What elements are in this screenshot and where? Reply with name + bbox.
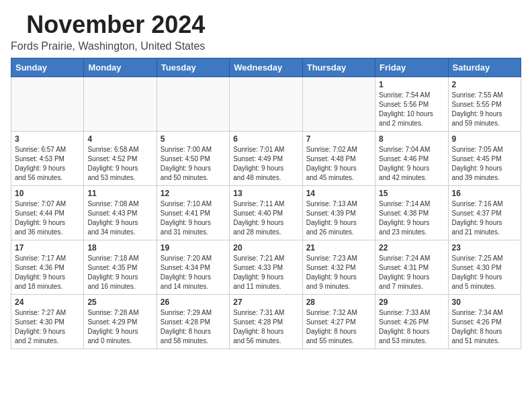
calendar-cell: 1Sunrise: 7:54 AM Sunset: 5:56 PM Daylig… [375, 77, 448, 132]
day-number: 13 [233, 189, 298, 198]
day-number: 19 [161, 243, 226, 253]
calendar-header-sunday: Sunday [11, 58, 84, 77]
day-info: Sunrise: 7:01 AM Sunset: 4:49 PM Dayligh… [233, 145, 298, 183]
day-number: 11 [87, 189, 152, 198]
day-number: 15 [379, 189, 444, 198]
calendar-cell: 20Sunrise: 7:21 AM Sunset: 4:33 PM Dayli… [230, 240, 302, 295]
day-info: Sunrise: 7:55 AM Sunset: 5:55 PM Dayligh… [452, 91, 517, 128]
calendar-cell: 14Sunrise: 7:13 AM Sunset: 4:39 PM Dayli… [302, 186, 375, 240]
calendar-header-monday: Monday [84, 58, 157, 77]
day-number: 6 [233, 134, 298, 144]
day-number: 20 [233, 243, 298, 253]
day-info: Sunrise: 7:17 AM Sunset: 4:36 PM Dayligh… [15, 254, 80, 291]
calendar-table: SundayMondayTuesdayWednesdayThursdayFrid… [11, 58, 521, 349]
calendar-cell [84, 77, 157, 132]
calendar-cell: 25Sunrise: 7:28 AM Sunset: 4:29 PM Dayli… [84, 295, 157, 349]
calendar-cell: 11Sunrise: 7:08 AM Sunset: 4:43 PM Dayli… [84, 186, 157, 240]
day-info: Sunrise: 7:27 AM Sunset: 4:30 PM Dayligh… [15, 308, 80, 346]
month-title: November 2024 [11, 11, 205, 39]
day-info: Sunrise: 7:02 AM Sunset: 4:48 PM Dayligh… [306, 145, 371, 183]
calendar-cell: 3Sunrise: 6:57 AM Sunset: 4:53 PM Daylig… [11, 132, 84, 186]
calendar-week-row: 1Sunrise: 7:54 AM Sunset: 5:56 PM Daylig… [11, 77, 521, 132]
day-number: 29 [379, 298, 444, 307]
calendar-cell: 16Sunrise: 7:16 AM Sunset: 4:37 PM Dayli… [448, 186, 521, 240]
day-info: Sunrise: 7:29 AM Sunset: 4:28 PM Dayligh… [161, 308, 226, 346]
day-number: 14 [306, 189, 371, 198]
day-number: 22 [379, 243, 444, 253]
calendar-week-row: 17Sunrise: 7:17 AM Sunset: 4:36 PM Dayli… [11, 240, 521, 295]
calendar-cell: 30Sunrise: 7:34 AM Sunset: 4:26 PM Dayli… [448, 295, 521, 349]
day-number: 1 [379, 80, 444, 89]
day-info: Sunrise: 7:10 AM Sunset: 4:41 PM Dayligh… [161, 199, 226, 237]
calendar-cell [302, 77, 375, 132]
day-number: 24 [15, 298, 80, 307]
day-info: Sunrise: 7:20 AM Sunset: 4:34 PM Dayligh… [161, 254, 226, 291]
day-info: Sunrise: 7:11 AM Sunset: 4:40 PM Dayligh… [233, 199, 298, 237]
calendar-cell: 5Sunrise: 7:00 AM Sunset: 4:50 PM Daylig… [157, 132, 229, 186]
day-number: 2 [452, 80, 517, 89]
calendar-header-saturday: Saturday [448, 58, 521, 77]
day-number: 9 [452, 134, 517, 144]
day-number: 3 [15, 134, 80, 144]
calendar-cell: 2Sunrise: 7:55 AM Sunset: 5:55 PM Daylig… [448, 77, 521, 132]
day-info: Sunrise: 7:21 AM Sunset: 4:33 PM Dayligh… [233, 254, 298, 291]
calendar-week-row: 10Sunrise: 7:07 AM Sunset: 4:44 PM Dayli… [11, 186, 521, 240]
calendar-week-row: 3Sunrise: 6:57 AM Sunset: 4:53 PM Daylig… [11, 132, 521, 186]
day-info: Sunrise: 7:31 AM Sunset: 4:28 PM Dayligh… [233, 308, 298, 346]
calendar-cell: 29Sunrise: 7:33 AM Sunset: 4:26 PM Dayli… [375, 295, 448, 349]
calendar-header-tuesday: Tuesday [157, 58, 229, 77]
day-info: Sunrise: 7:32 AM Sunset: 4:27 PM Dayligh… [306, 308, 371, 346]
calendar-cell: 7Sunrise: 7:02 AM Sunset: 4:48 PM Daylig… [302, 132, 375, 186]
title-area: November 2024 Fords Prairie, Washington,… [11, 11, 205, 52]
day-info: Sunrise: 6:58 AM Sunset: 4:52 PM Dayligh… [87, 145, 152, 183]
day-number: 26 [161, 298, 226, 307]
day-info: Sunrise: 7:00 AM Sunset: 4:50 PM Dayligh… [161, 145, 226, 183]
day-info: Sunrise: 7:08 AM Sunset: 4:43 PM Dayligh… [87, 199, 152, 237]
calendar-cell: 4Sunrise: 6:58 AM Sunset: 4:52 PM Daylig… [84, 132, 157, 186]
calendar-cell [230, 77, 302, 132]
day-info: Sunrise: 7:54 AM Sunset: 5:56 PM Dayligh… [379, 91, 444, 128]
day-info: Sunrise: 7:23 AM Sunset: 4:32 PM Dayligh… [306, 254, 371, 291]
day-info: Sunrise: 7:04 AM Sunset: 4:46 PM Dayligh… [379, 145, 444, 183]
day-number: 25 [87, 298, 152, 307]
calendar-cell: 23Sunrise: 7:25 AM Sunset: 4:30 PM Dayli… [448, 240, 521, 295]
calendar-cell: 8Sunrise: 7:04 AM Sunset: 4:46 PM Daylig… [375, 132, 448, 186]
day-number: 30 [452, 298, 517, 307]
calendar-cell: 27Sunrise: 7:31 AM Sunset: 4:28 PM Dayli… [230, 295, 302, 349]
calendar-header-wednesday: Wednesday [230, 58, 302, 77]
day-number: 5 [161, 134, 226, 144]
day-number: 17 [15, 243, 80, 253]
day-number: 10 [15, 189, 80, 198]
day-info: Sunrise: 7:13 AM Sunset: 4:39 PM Dayligh… [306, 199, 371, 237]
calendar-cell: 13Sunrise: 7:11 AM Sunset: 4:40 PM Dayli… [230, 186, 302, 240]
day-info: Sunrise: 7:14 AM Sunset: 4:38 PM Dayligh… [379, 199, 444, 237]
calendar-header-friday: Friday [375, 58, 448, 77]
calendar-cell: 9Sunrise: 7:05 AM Sunset: 4:45 PM Daylig… [448, 132, 521, 186]
calendar-cell: 26Sunrise: 7:29 AM Sunset: 4:28 PM Dayli… [157, 295, 229, 349]
day-info: Sunrise: 6:57 AM Sunset: 4:53 PM Dayligh… [15, 145, 80, 183]
calendar-cell [157, 77, 229, 132]
calendar-cell: 28Sunrise: 7:32 AM Sunset: 4:27 PM Dayli… [302, 295, 375, 349]
calendar-header-thursday: Thursday [302, 58, 375, 77]
page-header: General Blue General Blue November 2024 … [11, 11, 521, 52]
calendar-cell: 6Sunrise: 7:01 AM Sunset: 4:49 PM Daylig… [230, 132, 302, 186]
day-number: 4 [87, 134, 152, 144]
calendar-cell: 21Sunrise: 7:23 AM Sunset: 4:32 PM Dayli… [302, 240, 375, 295]
day-number: 16 [452, 189, 517, 198]
day-number: 23 [452, 243, 517, 253]
day-info: Sunrise: 7:18 AM Sunset: 4:35 PM Dayligh… [87, 254, 152, 291]
day-info: Sunrise: 7:24 AM Sunset: 4:31 PM Dayligh… [379, 254, 444, 291]
day-info: Sunrise: 7:07 AM Sunset: 4:44 PM Dayligh… [15, 199, 80, 237]
location-title: Fords Prairie, Washington, United States [11, 40, 205, 52]
calendar-cell: 10Sunrise: 7:07 AM Sunset: 4:44 PM Dayli… [11, 186, 84, 240]
calendar-cell: 18Sunrise: 7:18 AM Sunset: 4:35 PM Dayli… [84, 240, 157, 295]
day-info: Sunrise: 7:34 AM Sunset: 4:26 PM Dayligh… [452, 308, 517, 346]
day-number: 28 [306, 298, 371, 307]
calendar-cell: 19Sunrise: 7:20 AM Sunset: 4:34 PM Dayli… [157, 240, 229, 295]
day-number: 27 [233, 298, 298, 307]
day-info: Sunrise: 7:16 AM Sunset: 4:37 PM Dayligh… [452, 199, 517, 237]
calendar-cell: 22Sunrise: 7:24 AM Sunset: 4:31 PM Dayli… [375, 240, 448, 295]
calendar-cell: 24Sunrise: 7:27 AM Sunset: 4:30 PM Dayli… [11, 295, 84, 349]
day-info: Sunrise: 7:25 AM Sunset: 4:30 PM Dayligh… [452, 254, 517, 291]
day-number: 18 [87, 243, 152, 253]
